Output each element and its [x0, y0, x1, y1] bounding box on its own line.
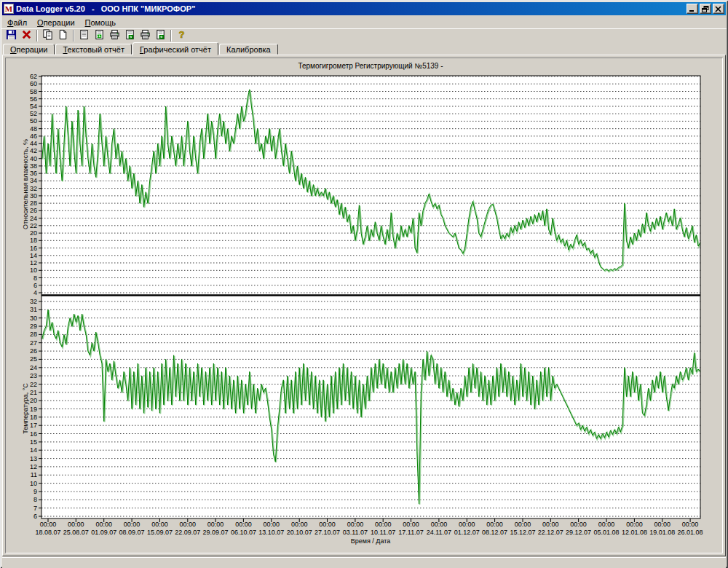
minimize-icon [689, 6, 696, 12]
svg-text:48: 48 [30, 125, 37, 133]
plot-area [41, 76, 700, 518]
minimize-button[interactable] [687, 4, 698, 14]
humidity-tick-labels: 6260585654525048464442403836343230282624… [30, 73, 37, 296]
svg-text:58: 58 [30, 88, 37, 95]
toolbar: ? [1, 28, 727, 42]
svg-text:15.09.07: 15.09.07 [147, 529, 173, 536]
svg-text:4: 4 [33, 289, 37, 296]
svg-text:00:00: 00:00 [626, 521, 643, 528]
document-chart-button[interactable] [92, 29, 107, 42]
svg-text:00:00: 00:00 [654, 521, 670, 528]
svg-text:26.01.08: 26.01.08 [678, 529, 703, 536]
save-button[interactable] [4, 29, 19, 42]
tab-page-graphic-report: Термогигрометр Регистрирующий №5139 - От… [2, 55, 726, 556]
document-export-2-button[interactable] [153, 29, 168, 42]
copy-icon [42, 29, 53, 42]
svg-text:03.11.07: 03.11.07 [343, 529, 368, 536]
svg-text:22.12.07: 22.12.07 [538, 529, 563, 536]
svg-text:19.01.08: 19.01.08 [649, 529, 675, 536]
svg-text:08.09.07: 08.09.07 [119, 529, 145, 536]
svg-text:15: 15 [30, 438, 37, 446]
svg-text:20.10.07: 20.10.07 [287, 529, 312, 536]
svg-text:38: 38 [30, 162, 37, 170]
status-bar [2, 557, 726, 568]
svg-text:12: 12 [30, 463, 37, 470]
save-icon [6, 29, 17, 42]
svg-text:00:00: 00:00 [40, 521, 57, 528]
help-button[interactable]: ? [174, 29, 189, 42]
document-button[interactable] [76, 29, 92, 42]
svg-text:00:00: 00:00 [264, 521, 280, 528]
svg-text:20: 20 [30, 229, 37, 237]
help-icon: ? [176, 29, 187, 42]
svg-text:10: 10 [30, 480, 37, 487]
svg-text:34: 34 [30, 177, 37, 184]
menu-item-1[interactable]: Файл [2, 17, 32, 28]
svg-text:00:00: 00:00 [235, 521, 252, 528]
delete-button[interactable] [19, 29, 34, 42]
svg-text:25: 25 [30, 355, 37, 363]
menu-item-2[interactable]: Операции [32, 17, 79, 28]
svg-text:00:00: 00:00 [542, 521, 559, 528]
svg-text:62: 62 [30, 73, 37, 80]
svg-text:30: 30 [30, 192, 37, 200]
close-button[interactable] [713, 4, 724, 14]
svg-text:27: 27 [30, 339, 37, 347]
close-icon [715, 6, 722, 12]
chart-title: Термогигрометр Регистрирующий №5139 - [298, 62, 443, 70]
tab-калибровка[interactable]: Калибровка [219, 44, 278, 55]
svg-text:54: 54 [30, 103, 37, 110]
tab-операции[interactable]: Операции [3, 44, 55, 55]
svg-text:29.12.07: 29.12.07 [566, 529, 591, 536]
svg-text:00:00: 00:00 [207, 521, 224, 528]
svg-text:6: 6 [33, 513, 37, 520]
temperature-tick-labels: 3231302928272625242322212019181716151413… [30, 298, 37, 520]
restore-button[interactable] [700, 4, 711, 14]
svg-text:29.09.07: 29.09.07 [203, 529, 229, 536]
delete-icon [21, 29, 32, 42]
y-axis-title-temperature: Температура, °С [22, 383, 29, 434]
printer-2-button[interactable] [138, 29, 153, 42]
printer-1-button[interactable] [107, 29, 122, 42]
svg-text:25.08.07: 25.08.07 [63, 529, 89, 536]
chart[interactable]: Термогигрометр Регистрирующий №5139 - От… [6, 58, 722, 551]
svg-text:17.11.07: 17.11.07 [398, 529, 423, 536]
tab-графический-отчёт[interactable]: Графический отчёт [132, 42, 218, 55]
menu-bar: ФайлОперацииПомощь [1, 16, 727, 28]
svg-text:14: 14 [30, 252, 37, 259]
svg-text:01.12.07: 01.12.07 [454, 529, 480, 536]
svg-text:22: 22 [30, 222, 37, 229]
tab-текстовый-отчёт[interactable]: Текстовый отчёт [55, 44, 131, 55]
svg-text:16: 16 [30, 430, 37, 438]
svg-text:00:00: 00:00 [347, 521, 364, 528]
toolbar-separator-1 [36, 30, 38, 42]
svg-text:15.12.07: 15.12.07 [510, 529, 535, 536]
svg-text:9: 9 [33, 488, 37, 495]
app-window: M Data Logger v5.20 - ООО НПК "МИКРОФОР" [0, 0, 728, 568]
svg-text:00:00: 00:00 [375, 521, 392, 528]
svg-text:27.10.07: 27.10.07 [314, 529, 340, 536]
new-document-button[interactable] [55, 29, 71, 42]
svg-text:40: 40 [30, 155, 37, 162]
menu-item-3[interactable]: Помощь [80, 17, 122, 28]
svg-text:06.10.07: 06.10.07 [231, 529, 256, 536]
svg-text:00:00: 00:00 [598, 521, 615, 528]
svg-text:13: 13 [30, 455, 37, 462]
svg-text:21: 21 [30, 389, 37, 396]
svg-text:10: 10 [30, 267, 37, 274]
svg-text:00:00: 00:00 [570, 521, 587, 528]
svg-text:22: 22 [30, 381, 37, 388]
tab-bar: ОперацииТекстовый отчётГрафический отчёт… [1, 42, 727, 55]
document-export-1-button[interactable] [122, 29, 138, 42]
svg-text:60: 60 [30, 80, 37, 87]
copy-button[interactable] [40, 29, 55, 42]
svg-text:18: 18 [30, 414, 37, 421]
svg-text:16: 16 [30, 245, 37, 252]
y-axis-title-humidity: Относительная влажность, % [22, 139, 29, 229]
svg-text:31: 31 [30, 306, 37, 313]
printer-icon [109, 29, 120, 42]
svg-text:18: 18 [30, 237, 37, 244]
svg-text:13.10.07: 13.10.07 [258, 529, 284, 536]
svg-text:28: 28 [30, 200, 37, 207]
svg-text:14: 14 [30, 446, 37, 454]
